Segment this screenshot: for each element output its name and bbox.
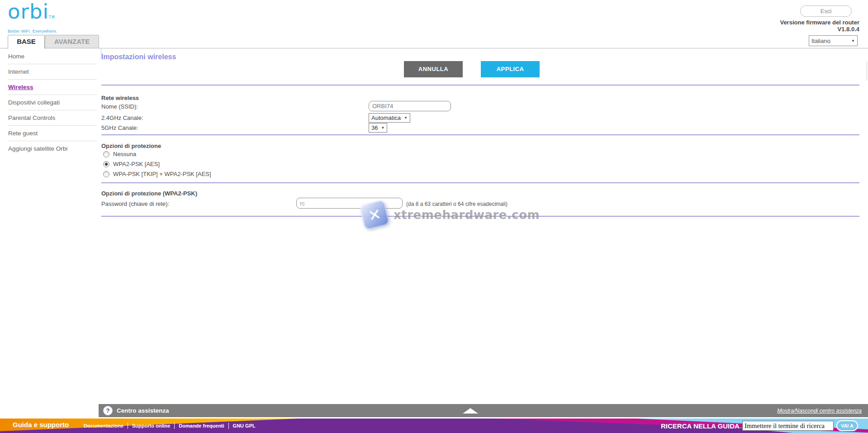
tab-avanzate[interactable]: AVANZATE: [45, 35, 99, 48]
assistance-bar: ? Centro assistenza Mostra/Nascondi cent…: [99, 404, 868, 417]
link-domande-frequenti[interactable]: Domande frequenti: [179, 423, 224, 428]
radio-icon[interactable]: [103, 151, 109, 157]
logout-button[interactable]: Esci: [800, 5, 852, 17]
channel-5ghz-selected-value: 36: [371, 124, 378, 131]
radio-icon[interactable]: [103, 161, 109, 167]
password-label: Password (chiave di rete):: [101, 200, 169, 207]
footer-bar: Guida e supporto Documentazione Supporto…: [0, 419, 868, 433]
wireless-settings-panel: Impostazioni wireless ANNULLA APPLICA Re…: [101, 48, 859, 401]
sidebar-item-parental-controls[interactable]: Parental Controls: [8, 110, 97, 126]
radio-option-nessuna[interactable]: Nessuna: [103, 151, 136, 157]
channel-5ghz-label: 5GHz Canale:: [101, 124, 138, 131]
cancel-button[interactable]: ANNULLA: [404, 61, 463, 77]
sidebar-item-wireless[interactable]: Wireless: [8, 80, 97, 95]
watermark-text: xtremehardware.com: [394, 208, 540, 222]
link-gnu-gpl[interactable]: GNU GPL: [233, 423, 256, 428]
link-separator: [174, 423, 175, 429]
collapse-up-arrow-icon[interactable]: [463, 408, 478, 414]
sidebar-item-internet[interactable]: Internet: [8, 64, 97, 80]
logo-tagline: Better WiFi. Everywhere.: [8, 29, 57, 33]
firmware-version-info: Versione firmware del router V1.8.0.4: [780, 19, 859, 33]
section-divider: [101, 134, 859, 135]
xtremehardware-logo-icon: ✕: [359, 200, 390, 230]
channel-5ghz-select[interactable]: 36 ▼: [369, 123, 387, 133]
orbi-logo: orbiTM Better WiFi. Everywhere.: [8, 1, 57, 33]
tab-base[interactable]: BASE: [8, 35, 45, 49]
link-separator: [228, 423, 229, 429]
channel-24ghz-select[interactable]: Automatica ▼: [369, 113, 410, 123]
apply-button[interactable]: APPLICA: [481, 61, 540, 77]
support-title: Guida e supporto: [13, 419, 69, 431]
section-title-wpa2-psk: Opzioni di protezione (WPA2-PSK): [101, 190, 197, 197]
ssid-input[interactable]: [369, 101, 451, 111]
content-right-divider: [867, 62, 867, 81]
section-title-rete-wireless: Rete wireless: [101, 95, 139, 101]
sidebar-item-dispositivi-collegati[interactable]: Dispositivi collegati: [8, 95, 97, 110]
footer-links: Documentazione Supporto online Domande f…: [80, 419, 260, 433]
radio-option-wpa-psk-tkip-wpa2-psk-aes[interactable]: WPA-PSK [TKIP] + WPA2-PSK [AES]: [103, 171, 211, 177]
channel-24ghz-label: 2.4GHz Canale:: [101, 114, 143, 121]
page-title: Impostazioni wireless: [101, 53, 176, 61]
sidebar-item-aggiungi-satellite[interactable]: Aggiungi satellite Orbi: [8, 141, 97, 156]
x-glyph: ✕: [366, 205, 383, 225]
guide-search-label: RICERCA NELLA GUIDA: [661, 422, 740, 430]
link-documentazione[interactable]: Documentazione: [84, 423, 123, 428]
orbi-logo-text: orbiTM: [8, 1, 57, 29]
chevron-down-icon: ▼: [381, 126, 384, 130]
tabs-bar: BASE AVANZATE: [0, 35, 868, 48]
radio-option-wpa2-psk-aes[interactable]: WPA2-PSK [AES]: [103, 161, 160, 167]
trademark-symbol: TM: [49, 15, 55, 19]
go-button[interactable]: VAI A: [836, 420, 858, 431]
section-divider: [101, 85, 859, 86]
radio-icon[interactable]: [103, 171, 109, 177]
radio-label: WPA2-PSK [AES]: [113, 161, 160, 167]
section-title-protezione: Opzioni di protezione: [101, 143, 161, 149]
link-supporto-online[interactable]: Supporto online: [132, 423, 170, 428]
firmware-version: V1.8.0.4: [780, 26, 859, 33]
firmware-label: Versione firmware del router: [780, 19, 859, 26]
sidebar-nav: Home Internet Wireless Dispositivi colle…: [0, 49, 99, 156]
section-divider: [101, 182, 859, 183]
radio-label: WPA-PSK [TKIP] + WPA2-PSK [AES]: [113, 171, 211, 177]
help-icon: ?: [103, 406, 113, 415]
chevron-down-icon: ▼: [404, 116, 408, 120]
assistance-title: Centro assistenza: [117, 407, 169, 414]
toggle-assistance-link[interactable]: Mostra/Nascondi centro assistenza: [777, 408, 862, 414]
sidebar-item-home[interactable]: Home: [8, 49, 97, 64]
xtremehardware-watermark: ✕ xtremehardware.com: [362, 202, 540, 228]
channel-24ghz-selected-value: Automatica: [371, 114, 401, 121]
ssid-label: Nome (SSID):: [101, 103, 138, 110]
radio-label: Nessuna: [113, 151, 136, 157]
sidebar-item-rete-guest[interactable]: Rete guest: [8, 126, 97, 141]
link-separator: [128, 423, 128, 429]
guide-search: RICERCA NELLA GUIDA VAI A: [661, 419, 858, 433]
guide-search-input[interactable]: [742, 421, 834, 431]
